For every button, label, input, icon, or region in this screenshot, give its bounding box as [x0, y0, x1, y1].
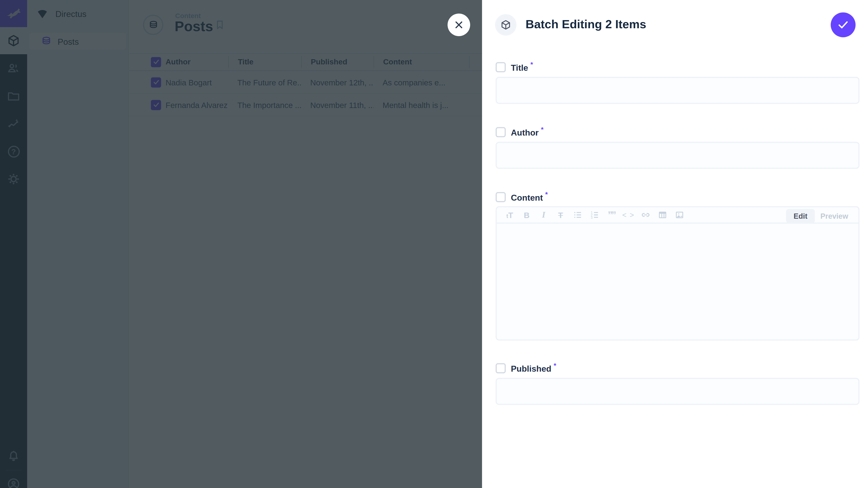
- editor-mode-tabs: Edit Preview: [786, 209, 851, 223]
- save-button[interactable]: [831, 12, 856, 37]
- close-icon: [453, 19, 465, 31]
- drawer-close-button[interactable]: [447, 13, 470, 36]
- numbered-list-icon[interactable]: 123: [586, 208, 603, 222]
- required-asterisk: *: [554, 361, 556, 369]
- drawer-title: Batch Editing 2 Items: [526, 18, 646, 31]
- table-icon[interactable]: [654, 208, 671, 222]
- bold-icon[interactable]: B: [518, 208, 535, 222]
- tab-preview[interactable]: Preview: [817, 209, 852, 223]
- field-label-text: Content: [511, 192, 543, 202]
- strikethrough-icon[interactable]: T: [552, 208, 569, 222]
- title-input[interactable]: [496, 77, 860, 104]
- field-label-title: Title *: [496, 62, 533, 72]
- drawer-header-icon-circle: [495, 14, 517, 36]
- link-icon[interactable]: [637, 208, 654, 222]
- batch-checkbox-author[interactable]: [496, 127, 506, 137]
- field-label-text: Published: [511, 363, 551, 373]
- box-icon: [500, 19, 512, 31]
- field-label-published: Published *: [496, 363, 556, 373]
- directus-app: ? Directus Posts Content Posts: [0, 0, 868, 488]
- editor-toolbar: tT B I T 123 ”” < > Edit Preview: [497, 207, 859, 224]
- required-asterisk: *: [545, 191, 548, 198]
- check-icon: [837, 19, 849, 31]
- field-label-text: Author: [511, 127, 539, 137]
- italic-icon[interactable]: I: [535, 208, 552, 222]
- bulleted-list-icon[interactable]: [569, 208, 586, 222]
- field-label-content: Content *: [496, 192, 548, 202]
- content-editor-textarea[interactable]: [497, 224, 859, 339]
- published-input[interactable]: [496, 378, 860, 405]
- field-label-author: Author *: [496, 127, 544, 137]
- markdown-editor: tT B I T 123 ”” < > Edit Preview: [496, 206, 860, 341]
- heading-icon[interactable]: tT: [501, 208, 518, 222]
- batch-checkbox-published[interactable]: [496, 363, 506, 373]
- field-label-text: Title: [511, 62, 528, 72]
- required-asterisk: *: [541, 125, 544, 133]
- tab-edit[interactable]: Edit: [786, 209, 815, 223]
- image-icon[interactable]: [671, 208, 688, 222]
- author-input[interactable]: [496, 142, 860, 169]
- code-icon[interactable]: < >: [620, 208, 637, 222]
- required-asterisk: *: [530, 61, 533, 68]
- blockquote-icon[interactable]: ””: [603, 208, 620, 222]
- batch-checkbox-title[interactable]: [496, 62, 506, 72]
- batch-checkbox-content[interactable]: [496, 192, 506, 202]
- svg-text:3: 3: [590, 216, 592, 219]
